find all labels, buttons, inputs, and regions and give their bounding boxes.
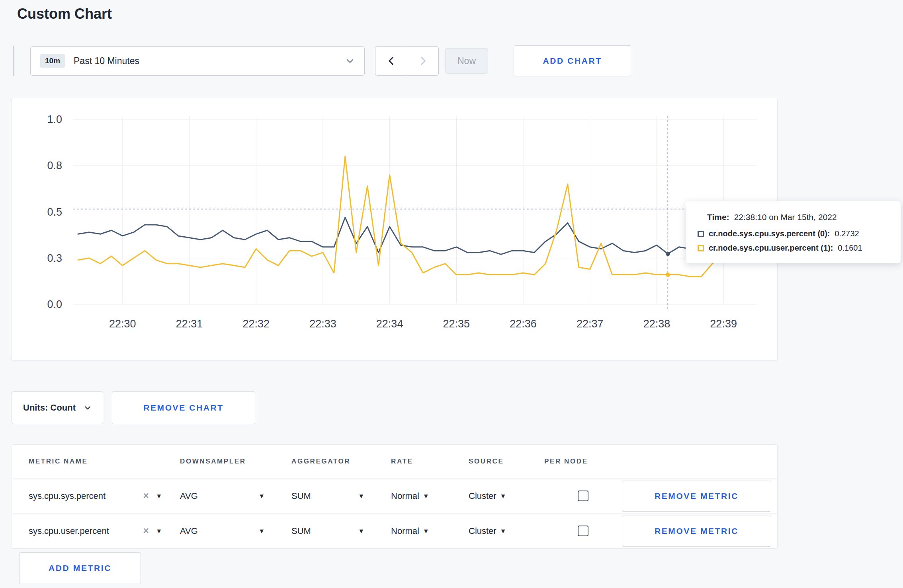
time-range-dropdown[interactable]: 10m Past 10 Minutes <box>30 46 365 76</box>
units-dropdown[interactable]: Units: Count <box>12 391 103 424</box>
downsampler-value: AVG <box>180 491 198 501</box>
svg-text:22:34: 22:34 <box>376 318 403 330</box>
dropdown-arrow-icon: ▾ <box>157 492 161 500</box>
time-range-label: Past 10 Minutes <box>74 56 139 66</box>
chevron-down-icon <box>345 56 355 66</box>
page-title: Custom Chart <box>0 0 903 22</box>
add-chart-button[interactable]: ADD CHART <box>514 45 631 76</box>
metrics-table: METRIC NAME DOWNSAMPLER AGGREGATOR RATE … <box>12 444 778 549</box>
svg-text:22:37: 22:37 <box>577 318 604 330</box>
dropdown-arrow-icon: ▾ <box>359 527 363 535</box>
header-aggregator: AGGREGATOR <box>291 458 391 465</box>
dropdown-arrow-icon: ▾ <box>424 492 428 500</box>
svg-text:22:30: 22:30 <box>109 318 136 330</box>
header-source: SOURCE <box>469 458 544 465</box>
svg-text:1.0: 1.0 <box>47 113 62 125</box>
chevron-right-icon <box>418 56 428 66</box>
svg-text:22:31: 22:31 <box>176 318 203 330</box>
now-button[interactable]: Now <box>445 48 488 74</box>
tooltip-series-row: cr.node.sys.cpu.user.percent (1): 0.1601 <box>698 243 889 253</box>
svg-text:22:39: 22:39 <box>710 318 737 330</box>
header-metric-name: METRIC NAME <box>29 458 180 465</box>
header-downsampler: DOWNSAMPLER <box>180 458 291 465</box>
dropdown-arrow-icon: ▾ <box>501 527 505 535</box>
tooltip-swatch <box>698 231 704 237</box>
chart-tooltip: Time:22:38:10 on Mar 15th, 2022 cr.node.… <box>686 201 901 263</box>
svg-text:22:38: 22:38 <box>643 318 670 330</box>
chart-footer-controls: Units: Count REMOVE CHART <box>12 391 903 424</box>
svg-text:22:33: 22:33 <box>309 318 336 330</box>
svg-text:0.5: 0.5 <box>47 206 62 218</box>
aggregator-value: SUM <box>291 491 311 501</box>
add-metric-button[interactable]: ADD METRIC <box>19 552 141 584</box>
rate-value: Normal <box>391 526 419 536</box>
aggregator-value: SUM <box>291 526 311 536</box>
prev-time-button[interactable] <box>375 46 407 76</box>
tooltip-series-value: 0.2732 <box>835 229 859 238</box>
dropdown-arrow-icon: ▾ <box>260 492 264 500</box>
metric-row: sys.cpu.sys.percent × ▾ AVG ▾ SUM ▾ Norm… <box>12 478 777 513</box>
rate-value: Normal <box>391 491 419 501</box>
rate-select[interactable]: Normal ▾ <box>391 491 469 501</box>
per-node-checkbox[interactable] <box>578 491 588 501</box>
metrics-table-header: METRIC NAME DOWNSAMPLER AGGREGATOR RATE … <box>12 445 777 478</box>
svg-text:22:35: 22:35 <box>443 318 470 330</box>
source-select[interactable]: Cluster ▾ <box>469 526 544 536</box>
dropdown-arrow-icon: ▾ <box>157 527 161 535</box>
header-rate: RATE <box>391 458 469 465</box>
rate-select[interactable]: Normal ▾ <box>391 526 469 536</box>
svg-text:0.3: 0.3 <box>47 252 62 264</box>
chevron-left-icon <box>386 56 397 66</box>
svg-text:0.0: 0.0 <box>47 298 62 310</box>
custom-chart-page: Custom Chart 10m Past 10 Minutes Now A <box>0 0 903 588</box>
header-per-node: PER NODE <box>544 458 622 465</box>
next-time-button[interactable] <box>407 46 439 76</box>
downsampler-select[interactable]: AVG ▾ <box>180 491 264 501</box>
per-node-cell <box>544 526 622 536</box>
aggregator-select[interactable]: SUM ▾ <box>291 526 363 536</box>
dropdown-arrow-icon: ▾ <box>260 527 264 535</box>
downsampler-select[interactable]: AVG ▾ <box>180 526 264 536</box>
toolbar: 10m Past 10 Minutes Now ADD CHART <box>13 45 903 76</box>
source-value: Cluster <box>469 526 496 536</box>
remove-metric-button[interactable]: REMOVE METRIC <box>622 481 771 512</box>
time-nav-group <box>375 46 439 76</box>
metric-name-value: sys.cpu.sys.percent <box>29 491 106 501</box>
clear-metric-icon[interactable]: × <box>143 526 149 536</box>
per-node-checkbox[interactable] <box>578 526 588 536</box>
source-value: Cluster <box>469 491 496 501</box>
clear-metric-icon[interactable]: × <box>143 491 149 501</box>
chevron-down-icon <box>84 404 92 412</box>
metric-name-select[interactable]: sys.cpu.sys.percent × ▾ <box>29 491 161 501</box>
svg-text:22:36: 22:36 <box>510 318 537 330</box>
tooltip-series-name: cr.node.sys.cpu.sys.percent (0): <box>709 229 830 238</box>
downsampler-value: AVG <box>180 526 198 536</box>
per-node-cell <box>544 491 622 501</box>
remove-metric-button[interactable]: REMOVE METRIC <box>622 516 771 547</box>
toolbar-divider <box>13 46 14 76</box>
dropdown-arrow-icon: ▾ <box>424 527 428 535</box>
tooltip-time-label: Time: <box>707 212 729 222</box>
tooltip-series-value: 0.1601 <box>838 243 862 253</box>
metrics-chart[interactable]: 0.00.30.50.81.022:3022:3122:3222:3322:34… <box>12 101 777 356</box>
chart-card: 0.00.30.50.81.022:3022:3122:3222:3322:34… <box>12 98 778 360</box>
tooltip-time-row: Time:22:38:10 on Mar 15th, 2022 <box>698 212 889 222</box>
dropdown-arrow-icon: ▾ <box>359 492 363 500</box>
tooltip-swatch <box>698 245 704 251</box>
dropdown-arrow-icon: ▾ <box>501 492 505 500</box>
aggregator-select[interactable]: SUM ▾ <box>291 491 363 501</box>
units-label: Units: Count <box>23 403 76 413</box>
time-range-badge: 10m <box>40 54 65 68</box>
metric-name-select[interactable]: sys.cpu.user.percent × ▾ <box>29 526 161 536</box>
source-select[interactable]: Cluster ▾ <box>469 491 544 501</box>
tooltip-series-row: cr.node.sys.cpu.sys.percent (0): 0.2732 <box>698 229 889 238</box>
tooltip-series-name: cr.node.sys.cpu.user.percent (1): <box>709 243 833 253</box>
metric-row: sys.cpu.user.percent × ▾ AVG ▾ SUM ▾ Nor… <box>12 513 777 548</box>
metric-name-value: sys.cpu.user.percent <box>29 526 109 536</box>
remove-chart-button[interactable]: REMOVE CHART <box>112 391 255 424</box>
svg-text:0.8: 0.8 <box>47 160 62 171</box>
svg-text:22:32: 22:32 <box>242 318 270 330</box>
tooltip-time-value: 22:38:10 on Mar 15th, 2022 <box>734 212 837 222</box>
